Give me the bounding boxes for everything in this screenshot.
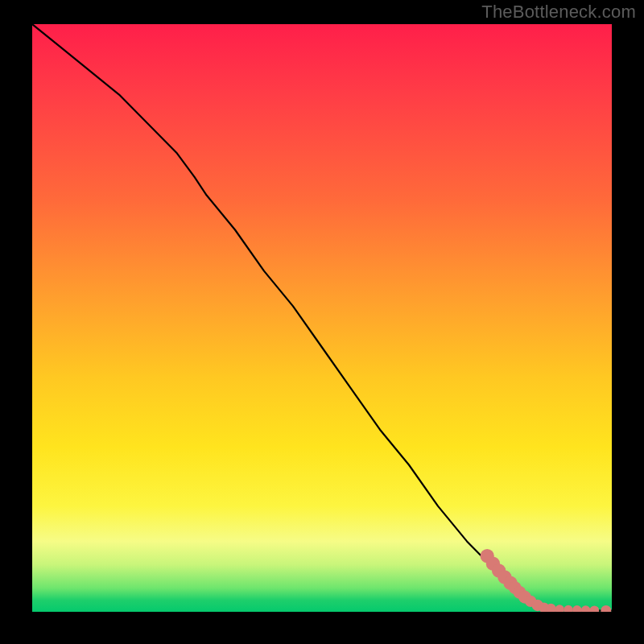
chart-frame: TheBottleneck.com <box>0 0 644 644</box>
chart-overlay <box>32 24 612 612</box>
data-point-marker <box>581 605 591 612</box>
bottleneck-curve <box>32 24 612 611</box>
attribution-text: TheBottleneck.com <box>481 2 636 23</box>
data-point-marker <box>601 605 611 612</box>
data-point-marker <box>590 605 600 612</box>
plot-area <box>32 24 612 612</box>
data-point-marker <box>555 605 564 612</box>
data-point-marker <box>572 605 582 612</box>
data-point-marker <box>564 605 573 612</box>
marker-group <box>481 549 612 612</box>
